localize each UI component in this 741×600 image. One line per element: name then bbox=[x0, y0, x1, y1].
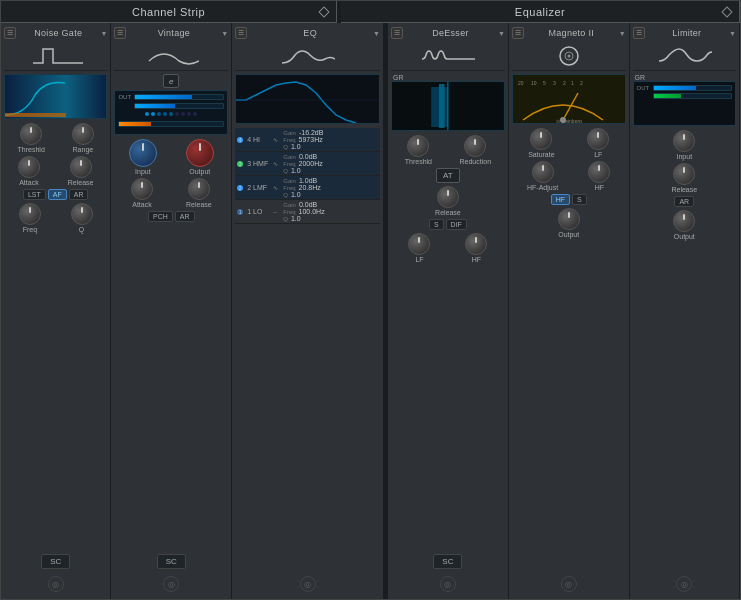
ng-ar-btn[interactable]: AR bbox=[69, 189, 89, 200]
deesser-release-knob[interactable] bbox=[437, 186, 459, 208]
svg-text:1: 1 bbox=[571, 80, 574, 86]
eq-band-2[interactable]: 2 2 LMF ∿ Gain 1.0dB Freq 20.8Hz Q bbox=[235, 176, 380, 200]
deesser-hf-knob[interactable] bbox=[465, 233, 487, 255]
deesser-dif-btn[interactable]: DIF bbox=[446, 219, 467, 230]
eq-band-4[interactable]: 4 4 HI ∿ Gain -16.2dB Freq 5973Hz bbox=[235, 128, 380, 152]
ng-lst-btn[interactable]: LST bbox=[23, 189, 46, 200]
ng-freq-group: Freq bbox=[19, 203, 41, 233]
magneto-hfadj-knob[interactable] bbox=[532, 161, 554, 183]
vintage-waveform-icon bbox=[144, 45, 199, 67]
svg-point-10 bbox=[567, 54, 570, 57]
limiter-release-knob[interactable] bbox=[673, 163, 695, 185]
magneto-dropdown[interactable]: ▼ bbox=[619, 30, 626, 37]
deesser-sc-btn[interactable]: SC bbox=[433, 554, 462, 569]
limiter-gr-label: GR bbox=[633, 74, 736, 81]
deesser-reduction-label: Reduction bbox=[460, 158, 492, 165]
ng-freq-knob[interactable] bbox=[19, 203, 41, 225]
channel-strip-diamond[interactable] bbox=[318, 6, 329, 17]
ng-range-knob[interactable] bbox=[72, 123, 94, 145]
magneto-s-btn[interactable]: S bbox=[572, 194, 587, 205]
eq-band-1[interactable]: 1 1 LO – Gain 0.0dB Freq 100.0Hz Q bbox=[235, 200, 380, 224]
ng-threshld-group: Threshld bbox=[18, 123, 45, 153]
magneto-output-knob[interactable] bbox=[558, 208, 580, 230]
ng-knobs-row2: Attack Release bbox=[4, 156, 107, 186]
limiter-ar-btn[interactable]: AR bbox=[674, 196, 694, 207]
limiter-dropdown[interactable]: ▼ bbox=[729, 30, 736, 37]
vintage-power-btn[interactable]: ☰ bbox=[114, 27, 126, 39]
eq-nav-circle[interactable]: ◎ bbox=[300, 576, 316, 592]
vintage-output-group: Output bbox=[186, 139, 214, 175]
magneto-power-btn[interactable]: ☰ bbox=[512, 27, 524, 39]
limiter-input-knob[interactable] bbox=[673, 130, 695, 152]
q-val-3: 1.0 bbox=[291, 167, 301, 174]
plugin-eq: ☰ EQ ▼ 4 bbox=[232, 23, 384, 599]
vintage-dropdown[interactable]: ▼ bbox=[221, 30, 228, 37]
eq-type-icon-2: ∿ bbox=[273, 184, 281, 191]
vintage-attack-knob[interactable] bbox=[131, 178, 153, 200]
magneto-nav-circle[interactable]: ◎ bbox=[561, 576, 577, 592]
limiter-meter2-fill bbox=[654, 94, 681, 98]
limiter-output-knob[interactable] bbox=[673, 210, 695, 232]
vintage-ar-btn[interactable]: AR bbox=[175, 211, 195, 222]
eq-header-row: ☰ EQ ▼ bbox=[235, 27, 380, 39]
vintage-meter1-track bbox=[134, 94, 224, 100]
magneto-lf-group: LF bbox=[587, 128, 609, 158]
deesser-at-btn[interactable]: AT bbox=[436, 168, 460, 183]
vintage-e-btn[interactable]: e bbox=[163, 74, 179, 88]
vintage-nav-circle[interactable]: ◎ bbox=[163, 576, 179, 592]
ng-release-knob[interactable] bbox=[70, 156, 92, 178]
magneto-output-label: Output bbox=[558, 231, 579, 238]
ng-threshld-knob[interactable] bbox=[20, 123, 42, 145]
deesser-power-btn[interactable]: ☰ bbox=[391, 27, 403, 39]
eq-band-3[interactable]: 3 3 HMF ∿ Gain 0.0dB Freq 2000Hz Q bbox=[235, 152, 380, 176]
ng-range-label: Range bbox=[73, 146, 94, 153]
ng-power-btn[interactable]: ☰ bbox=[4, 27, 16, 39]
ng-q-knob[interactable] bbox=[71, 203, 93, 225]
deesser-nav-circle[interactable]: ◎ bbox=[440, 576, 456, 592]
vintage-pch-btn[interactable]: PCH bbox=[148, 211, 173, 222]
ng-af-btn[interactable]: AF bbox=[48, 189, 67, 200]
deesser-reduction-knob[interactable] bbox=[464, 135, 486, 157]
magneto-hf-btn[interactable]: HF bbox=[551, 194, 570, 205]
eq-power-btn[interactable]: ☰ bbox=[235, 27, 247, 39]
magneto-saturate-group: Saturate bbox=[528, 128, 554, 158]
magneto-hfadj-label: HF-Adjust bbox=[527, 184, 558, 191]
vintage-output-knob[interactable] bbox=[186, 139, 214, 167]
limiter-nav-circle[interactable]: ◎ bbox=[676, 576, 692, 592]
magneto-row1: Saturate LF bbox=[512, 128, 626, 158]
magneto-lf-knob[interactable] bbox=[587, 128, 609, 150]
limiter-power-btn[interactable]: ☰ bbox=[633, 27, 645, 39]
q-label-3: Q bbox=[283, 168, 288, 174]
plugin-deesser: ☰ DeEsser ▼ GR bbox=[388, 23, 509, 599]
ng-threshld-label: Threshld bbox=[18, 146, 45, 153]
eq-type-icon-1: – bbox=[273, 209, 281, 215]
vintage-sc-btn[interactable]: SC bbox=[157, 554, 186, 569]
magneto-saturate-label: Saturate bbox=[528, 151, 554, 158]
eq-dropdown[interactable]: ▼ bbox=[373, 30, 380, 37]
vintage-input-knob[interactable] bbox=[129, 139, 157, 167]
deesser-s-btn[interactable]: S bbox=[429, 219, 444, 230]
ng-sc-btn[interactable]: SC bbox=[41, 554, 70, 569]
deesser-dropdown[interactable]: ▼ bbox=[498, 30, 505, 37]
deesser-s-dif-row: S DIF bbox=[391, 219, 505, 230]
limiter-out-meter: OUT bbox=[637, 85, 732, 91]
fd5 bbox=[169, 112, 173, 116]
vintage-meter3-fill bbox=[119, 122, 150, 126]
ng-nav-circle[interactable]: ◎ bbox=[48, 576, 64, 592]
magneto-hf-knob[interactable] bbox=[588, 161, 610, 183]
vintage-title: Vintage bbox=[126, 28, 221, 38]
magneto-saturate-knob[interactable] bbox=[530, 128, 552, 150]
gain-label-3: Gain bbox=[283, 154, 296, 160]
q-label-1: Q bbox=[283, 216, 288, 222]
ng-dropdown[interactable]: ▼ bbox=[101, 30, 108, 37]
equalizer-diamond[interactable] bbox=[721, 6, 732, 17]
ng-range-group: Range bbox=[72, 123, 94, 153]
ng-attack-knob[interactable] bbox=[18, 156, 40, 178]
vintage-release-knob[interactable] bbox=[188, 178, 210, 200]
deesser-threshld-knob[interactable] bbox=[407, 135, 429, 157]
magneto-hfadj-group: HF-Adjust bbox=[527, 161, 558, 191]
limiter-out-label: OUT bbox=[637, 85, 651, 91]
deesser-lf-knob[interactable] bbox=[408, 233, 430, 255]
deesser-hf-group: HF bbox=[465, 233, 487, 263]
ng-knobs-row1: Threshld Range bbox=[4, 123, 107, 153]
